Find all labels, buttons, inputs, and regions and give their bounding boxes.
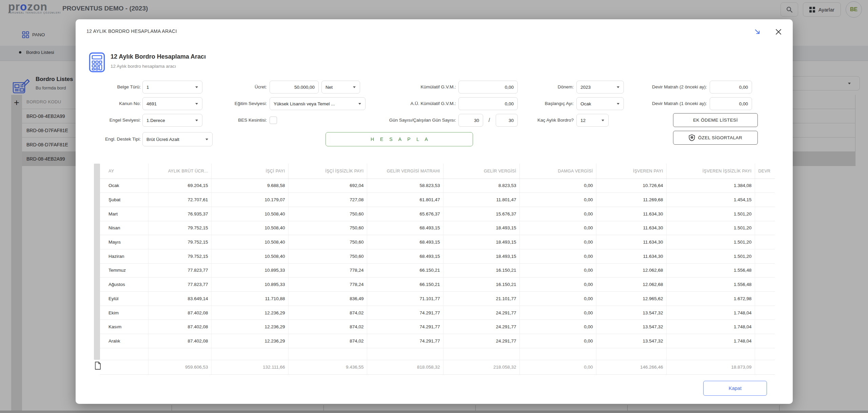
table-cell: 11.634,30	[596, 235, 666, 249]
table-cell: 83.649,14	[148, 292, 211, 306]
table-cell: 0,00	[519, 306, 596, 320]
empty-cell	[211, 348, 288, 360]
table-cell: 778,24	[288, 277, 367, 292]
table-cell: 24.291,77	[443, 306, 519, 320]
table-cell: 10.726,64	[596, 179, 666, 193]
net-brut-select[interactable]: Net	[321, 81, 360, 94]
table-cell: 0,00	[519, 320, 596, 334]
donem-select[interactable]: 2023	[576, 81, 624, 94]
table-cell: 74.291,77	[367, 306, 443, 320]
tool-title: 12 Aylık Bordro Hesaplama Aracı	[111, 53, 206, 60]
calisilan-gun-input[interactable]	[496, 114, 518, 127]
table-cell	[755, 249, 775, 263]
hesapla-button[interactable]: H E S A P L A	[326, 132, 473, 146]
table-header-cell[interactable]: İŞÇİ İŞSİZLİK PAYI	[288, 164, 367, 179]
table-row: Kasım87.402,0812.236,29874,0274.291,7724…	[100, 320, 775, 334]
table-cell: Haziran	[100, 249, 148, 263]
total-cell: 818.058,32	[367, 360, 443, 374]
table-cell: Şubat	[100, 193, 148, 207]
table-header-cell[interactable]: DAMGA VERGİSİ	[519, 164, 596, 179]
devir-matrah-1-label: Devir Matrah (1 önceki ay):	[625, 97, 707, 110]
table-cell: 68.493,15	[367, 235, 443, 249]
ucret-label: Ücret:	[221, 81, 267, 94]
ozel-sigortalar-button[interactable]: ÖZEL SİGORTALAR	[673, 131, 758, 145]
kanun-no-label: Kanun No:	[79, 97, 141, 110]
devir-matrah-2-label: Devir Matrah (2 önceki ay):	[625, 81, 707, 94]
table-header-cell[interactable]: DEVR	[755, 164, 775, 179]
table-cell: 87.402,08	[148, 320, 211, 334]
chevron-down-icon	[617, 103, 619, 105]
table-cell: 11.634,30	[596, 207, 666, 221]
table-header-cell[interactable]: AYLIK BRÜT ÜCR...	[148, 164, 211, 179]
table-cell: 0,00	[519, 263, 596, 277]
table-row: Mart76.935,3710.508,40750,6065.676,3715.…	[100, 207, 775, 221]
table-cell: 79.752,15	[148, 235, 211, 249]
table-header-cell[interactable]: İŞÇİ PAYI	[211, 164, 288, 179]
table-header-cell[interactable]: GELİR VERGİSİ	[443, 164, 519, 179]
table-cell: 1.748,04	[666, 334, 755, 348]
engel-seviyesi-label: Engel Seviyesi:	[79, 114, 141, 127]
vertical-scrollbar[interactable]	[94, 164, 100, 360]
devir-matrah-1-input[interactable]	[710, 97, 752, 110]
popout-button[interactable]	[753, 27, 762, 36]
gun-sayisi-label: Gün Sayısı/Çalışılan Gün Sayısı:	[357, 114, 456, 127]
au-kumulatif-gvm-label: A.Ü. Kümülatif G.V.M.:	[357, 97, 456, 110]
kumulatif-gvm-label: Kümülatif G.V.M.:	[357, 81, 456, 94]
table-cell: Kasım	[100, 320, 148, 334]
table-header-cell[interactable]: İŞVEREN PAYI	[596, 164, 666, 179]
table-cell: Aralık	[100, 334, 148, 348]
ek-odeme-listesi-button[interactable]: EK ÖDEME LİSTESİ	[673, 113, 758, 127]
table-cell: 1.748,04	[666, 306, 755, 320]
engl-destek-tipi-select[interactable]: Brüt Ücreti Azalt	[142, 132, 213, 146]
table-cell: 0,00	[519, 207, 596, 221]
kac-aylik-bordro-select[interactable]: 12	[576, 114, 609, 127]
total-cell: 9.436,55	[288, 360, 367, 374]
table-cell: 16.150,21	[443, 263, 519, 277]
bes-kesintisi-checkbox[interactable]	[270, 117, 277, 124]
table-cell: 0,00	[519, 235, 596, 249]
egitim-seviyesi-select[interactable]: Yüksek Lisanslı veya Temel ...	[270, 97, 366, 110]
kapat-button[interactable]: Kapat	[703, 381, 767, 396]
chevron-down-icon	[601, 120, 604, 121]
table-cell: 874,02	[288, 306, 367, 320]
slash-separator: /	[485, 114, 493, 127]
empty-cell	[148, 348, 211, 360]
table-cell: 12.062,68	[596, 263, 666, 277]
table-cell: 727,08	[288, 193, 367, 207]
close-button[interactable]	[774, 27, 783, 36]
table-cell	[755, 221, 775, 235]
table-cell: 79.752,15	[148, 249, 211, 263]
table-cell: 11.710,88	[211, 292, 288, 306]
table-cell: 0,00	[519, 277, 596, 292]
table-cell: 16.150,21	[443, 277, 519, 292]
table-header-cell[interactable]: İŞVEREN İŞSİZLİK PAYI	[666, 164, 755, 179]
empty-cell	[367, 348, 443, 360]
shield-icon	[689, 134, 695, 141]
document-icon[interactable]	[95, 362, 101, 371]
table-header-cell[interactable]: GELİR VERGİSİ MATRAHI	[367, 164, 443, 179]
table-cell: 9.688,58	[211, 179, 288, 193]
table-cell: 79.752,15	[148, 221, 211, 235]
table-cell: 692,04	[288, 179, 367, 193]
table-cell: 15.676,37	[443, 207, 519, 221]
tool-subtitle: 12 Aylık bordro hesaplama aracı	[111, 64, 176, 69]
table-cell	[755, 179, 775, 193]
table-cell: 0,00	[519, 334, 596, 348]
empty-cell	[288, 348, 367, 360]
chevron-down-icon	[205, 139, 208, 140]
ucret-input[interactable]	[270, 81, 319, 94]
gun-sayisi-input[interactable]	[458, 114, 483, 127]
table-row: Mayıs79.752,1510.508,40750,6068.493,1518…	[100, 235, 775, 249]
table-header-cell[interactable]: AY	[100, 164, 148, 179]
table-row: Şubat72.707,6110.179,07727,0861.801,4711…	[100, 193, 775, 207]
table-cell: 11.801,47	[443, 193, 519, 207]
table-cell: 10.179,07	[211, 193, 288, 207]
table-cell: Ekim	[100, 306, 148, 320]
engl-destek-tipi-label: Engl. Destek Tipi:	[79, 133, 141, 146]
belge-turu-select[interactable]: 1	[142, 81, 202, 94]
baslangic-ayi-select[interactable]: Ocak	[576, 97, 624, 110]
table-cell: 13.547,32	[596, 320, 666, 334]
empty-cell	[519, 348, 596, 360]
table-cell	[755, 277, 775, 292]
devir-matrah-2-input[interactable]	[710, 81, 752, 94]
